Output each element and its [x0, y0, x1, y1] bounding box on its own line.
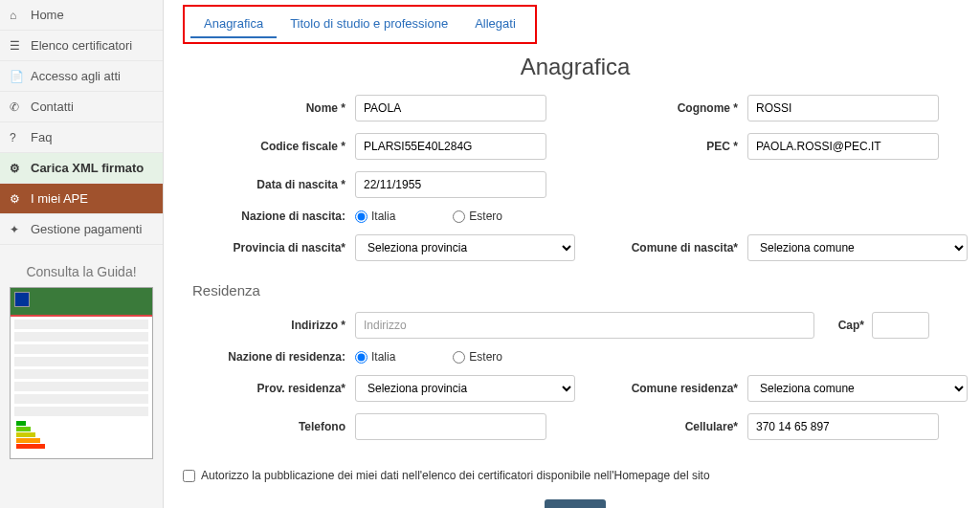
label-indirizzo: Indirizzo *: [183, 319, 355, 332]
label-naz-nascita: Nazione di nascita:: [183, 210, 355, 223]
sidebar-item-label: Faq: [31, 130, 52, 144]
tab-allegati[interactable]: Allegati: [461, 11, 529, 38]
guide-title: Consulta la Guida!: [10, 264, 153, 279]
sidebar-item-label: Carica XML firmato: [31, 161, 144, 175]
sidebar-item-miei-ape[interactable]: ⚙ I miei APE: [0, 184, 163, 214]
input-nome[interactable]: [355, 95, 546, 121]
radio-italia-nascita[interactable]: Italia: [355, 210, 395, 223]
doc-icon: 📄: [10, 70, 25, 83]
select-com-res[interactable]: Seleziona comune: [747, 375, 968, 402]
guide-thumbnail[interactable]: [10, 287, 153, 459]
sidebar-item-carica-xml[interactable]: ⚙ Carica XML firmato: [0, 153, 163, 184]
sidebar-item-label: Home: [31, 8, 64, 22]
sidebar-item-label: Accesso agli atti: [31, 69, 121, 83]
checkbox-label: Autorizzo la pubblicazione dei miei dati…: [201, 469, 710, 482]
gear-icon: ⚙: [10, 162, 25, 175]
input-cognome[interactable]: [747, 95, 939, 121]
sidebar-item-label: Gestione pagamenti: [31, 222, 142, 236]
input-dob[interactable]: [355, 171, 546, 198]
phone-icon: ✆: [10, 100, 25, 114]
section-residenza: Residenza: [192, 282, 260, 298]
label-cognome: Cognome *: [575, 101, 747, 115]
tabs-highlight-box: Anagrafica Titolo di studio e profession…: [183, 5, 537, 44]
sidebar-item-label: I miei APE: [31, 191, 88, 206]
label-com-nascita: Comune di nascita*: [575, 241, 747, 254]
input-cf[interactable]: [355, 133, 546, 160]
sidebar-item-pagamenti[interactable]: ✦ Gestione pagamenti: [0, 214, 163, 245]
radio-italia-input[interactable]: [355, 210, 368, 223]
radio-estero-input[interactable]: [453, 210, 465, 223]
label-prov-nascita: Provincia di nascita*: [183, 241, 355, 254]
sidebar-item-faq[interactable]: ? Faq: [0, 122, 163, 153]
radio-italia-res[interactable]: Italia: [355, 350, 395, 364]
page-title: Anagrafica: [183, 54, 968, 80]
radio-estero-nascita[interactable]: Estero: [453, 210, 502, 223]
label-cellulare: Cellulare*: [575, 420, 747, 433]
label-nome: Nome *: [183, 101, 355, 115]
form: Nome * Cognome * Codice fiscale * PEC *: [183, 95, 968, 508]
label-naz-res: Nazione di residenza:: [183, 350, 355, 364]
guide-block: Consulta la Guida!: [0, 264, 163, 459]
question-icon: ?: [10, 131, 25, 144]
label-pec: PEC *: [575, 140, 747, 153]
gear-icon: ⚙: [10, 192, 25, 206]
sidebar-item-accesso[interactable]: 📄 Accesso agli atti: [0, 61, 163, 92]
list-icon: ☰: [10, 39, 25, 53]
label-com-res: Comune residenza*: [575, 382, 747, 395]
select-prov-nascita[interactable]: Seleziona provincia: [355, 234, 575, 261]
radio-estero-res[interactable]: Estero: [453, 350, 502, 364]
sidebar-item-label: Contatti: [31, 99, 74, 114]
input-cellulare[interactable]: [747, 413, 939, 440]
label-prov-res: Prov. residenza*: [183, 382, 355, 395]
main-content: Anagrafica Titolo di studio e profession…: [164, 0, 980, 508]
input-indirizzo[interactable]: [355, 312, 814, 339]
radio-estero-res-input[interactable]: [453, 351, 465, 364]
label-cap: Cap*: [834, 319, 872, 332]
sidebar-item-label: Elenco certificatori: [31, 38, 132, 53]
star-icon: ✦: [10, 223, 25, 236]
save-button[interactable]: Salva: [545, 499, 607, 508]
select-prov-res[interactable]: Seleziona provincia: [355, 375, 575, 402]
home-icon: ⌂: [10, 9, 25, 22]
tab-titolo[interactable]: Titolo di studio e professione: [277, 11, 461, 38]
sidebar: ⌂ Home ☰ Elenco certificatori 📄 Accesso …: [0, 0, 164, 508]
label-telefono: Telefono: [183, 420, 355, 433]
select-com-nascita[interactable]: Seleziona comune: [747, 234, 968, 261]
tab-anagrafica[interactable]: Anagrafica: [190, 11, 277, 38]
input-telefono[interactable]: [355, 413, 546, 440]
sidebar-item-elenco[interactable]: ☰ Elenco certificatori: [0, 31, 163, 61]
input-pec[interactable]: [747, 133, 939, 160]
label-cf: Codice fiscale *: [183, 140, 355, 153]
input-cap[interactable]: [872, 312, 929, 339]
checkbox-autorizzo[interactable]: [183, 470, 195, 482]
sidebar-item-home[interactable]: ⌂ Home: [0, 0, 163, 31]
label-dob: Data di nascita *: [183, 178, 355, 191]
sidebar-item-contatti[interactable]: ✆ Contatti: [0, 92, 163, 122]
tabs: Anagrafica Titolo di studio e profession…: [183, 5, 968, 44]
radio-italia-res-input[interactable]: [355, 351, 368, 364]
